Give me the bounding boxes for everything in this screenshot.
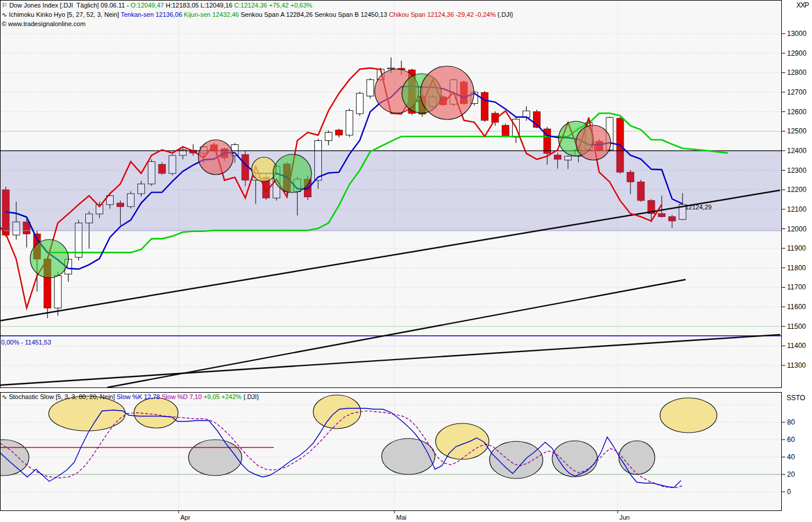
candle-up — [346, 111, 353, 135]
red-signal-circle — [198, 140, 233, 175]
wave-icon: ∿ — [2, 10, 7, 19]
month-label: Mai — [396, 514, 407, 521]
yellow-signal-circle — [252, 157, 276, 182]
month-label: Jun — [619, 514, 630, 521]
price-tick-label: 12200 — [787, 186, 807, 194]
fib-level-label: 0,00% - 11451,53 — [1, 338, 51, 347]
flag-icon: ⚐ — [2, 1, 8, 10]
stoch-axis-title: SSTO — [786, 394, 805, 402]
price-tick-label: 12400 — [787, 147, 807, 155]
stoch-axis: 806040200 — [782, 418, 795, 496]
stoch-suffix: {.DJI} — [243, 393, 259, 400]
stoch-tick-label: 0 — [787, 488, 791, 496]
slow-k-value: Slow %K 12,78 — [117, 393, 162, 400]
chart-window: 1300012900128001270012600125001240012300… — [0, 0, 812, 522]
stoch-tick-label: 40 — [787, 453, 795, 461]
candle-up — [55, 276, 61, 308]
price-tick-label: 11600 — [787, 303, 806, 311]
chikou-value: Chikou Span 12124,36 -29,42 -0,24% — [389, 11, 498, 18]
red-signal-circle — [576, 125, 611, 160]
price-tick-label: 12500 — [787, 127, 807, 135]
price-tick-label: 11800 — [787, 264, 806, 272]
price-tick-label: 13000 — [787, 30, 807, 38]
last-price-label: 12124,29 — [685, 203, 712, 212]
candle-up — [356, 93, 363, 114]
green-signal-circle — [273, 154, 311, 193]
candle-up — [387, 68, 394, 69]
stoch-tick-label: 60 — [787, 436, 795, 444]
red-signal-circle — [420, 66, 474, 119]
candle-up — [367, 79, 374, 96]
gray-zone-ellipse — [188, 440, 242, 476]
copyright-icon: © — [2, 20, 6, 28]
candle-up — [325, 132, 332, 140]
price-tick-label: 12800 — [787, 68, 807, 77]
price-tick-label: 12300 — [787, 166, 807, 175]
ichimoku-suffix: {.DJI} — [498, 11, 513, 18]
price-tick-label: 11900 — [787, 244, 806, 252]
price-axis: 1300012900128001270012600125001240012300… — [782, 30, 807, 369]
green-signal-circle — [30, 240, 68, 278]
stochastic-header: ∿Stochastic Slow [5, 3, 3, 80, 20, Nein]… — [2, 393, 259, 410]
open-value: O:12049,47 — [130, 2, 164, 9]
price-tick-label: 11700 — [787, 283, 806, 291]
time-axis: AprMaiJun — [179, 510, 630, 521]
price-tick-label: 12700 — [787, 88, 807, 96]
candle-down — [502, 125, 509, 136]
high-low-value: H:12183,05 L:12049,16 — [164, 2, 234, 9]
price-tick-label: 11400 — [787, 342, 806, 350]
instrument-title: Dow Jones Index [.DJI Täglich] 09.06.11 … — [9, 2, 130, 9]
kijun-value: Kijun-sen 12432,46 — [184, 11, 241, 18]
tenkan-value: Tenkan-sen 12136,06 — [121, 11, 184, 18]
watermark-text: www.tradesignalonline.com — [8, 20, 85, 27]
stoch-tick-label: 20 — [787, 470, 795, 478]
price-chart-canvas[interactable]: 1300012900128001270012600125001240012300… — [0, 0, 812, 522]
slow-d-value: Slow %D 7,10 — [162, 393, 204, 400]
price-tick-label: 12900 — [787, 49, 807, 57]
close-change-value: C:12124,36 +75,42 +0,63% — [234, 2, 313, 9]
ichimoku-name: Ichimoku Kinko Hyo [5, 27, 52, 3, Nein] — [9, 11, 121, 18]
window-buttons[interactable]: XXP — [796, 1, 809, 9]
stochastic-name: Stochastic Slow [5, 3, 3, 80, 20, Nein] — [9, 393, 117, 400]
senkou-values: Senkou Span A 12284,26 Senkou Span B 124… — [241, 11, 389, 18]
price-tick-label: 11300 — [787, 361, 806, 369]
gray-zone-ellipse — [490, 441, 543, 478]
yellow-zone-ellipse — [436, 423, 489, 459]
stoch-change-value: +9,05 +242% — [204, 393, 244, 400]
watermark: ©www.tradesignalonline.com — [2, 20, 85, 37]
candle-down — [481, 93, 488, 121]
wave-icon: ∿ — [2, 393, 7, 401]
candle-down — [335, 130, 342, 135]
stoch-tick-label: 80 — [787, 418, 795, 426]
price-tick-label: 12000 — [787, 225, 807, 233]
price-band — [0, 151, 781, 231]
month-label: Apr — [180, 514, 190, 521]
price-tick-label: 11500 — [787, 322, 806, 331]
gray-zone-ellipse — [552, 441, 597, 477]
yellow-zone-ellipse — [660, 398, 717, 433]
gray-zone-ellipse — [382, 438, 435, 474]
price-tick-label: 12100 — [787, 205, 807, 213]
gray-zone-ellipse — [619, 441, 655, 474]
price-tick-label: 12600 — [787, 108, 807, 116]
